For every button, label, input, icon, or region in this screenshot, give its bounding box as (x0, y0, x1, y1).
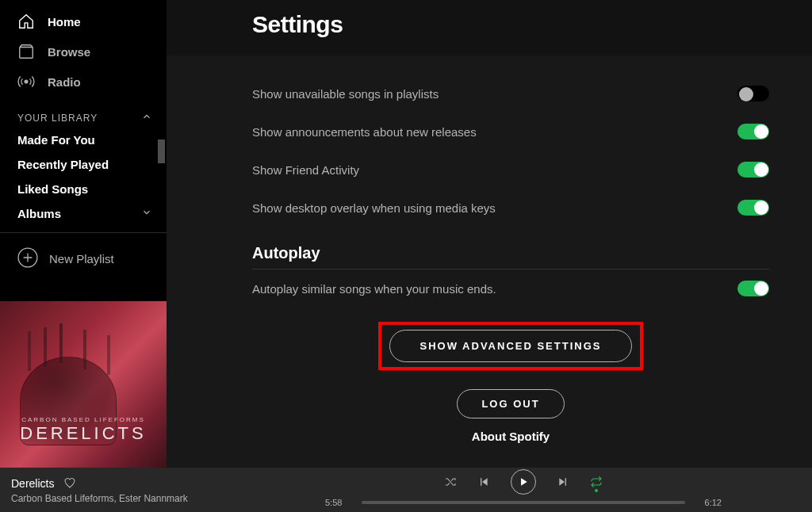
main-content: Settings Show unavailable songs in playl… (167, 0, 812, 468)
library-header-label: YOUR LIBRARY (17, 113, 98, 124)
log-out-button[interactable]: LOG OUT (457, 389, 564, 418)
svg-rect-0 (20, 48, 33, 59)
time-elapsed: 5:58 (325, 498, 354, 507)
repeat-button[interactable] (590, 476, 603, 488)
library-albums[interactable]: Albums (0, 201, 167, 226)
chevron-down-icon (141, 207, 152, 220)
nav-item-home[interactable]: Home (0, 6, 167, 36)
library-albums-label: Albums (17, 207, 61, 220)
library-liked-songs[interactable]: Liked Songs (0, 177, 167, 201)
setting-label: Show unavailable songs in playlists (252, 87, 439, 101)
setting-row-announcements: Show announcements about new releases (252, 113, 769, 151)
now-playing-info: Derelicts Carbon Based Lifeforms, Ester … (0, 476, 285, 504)
chevron-up-icon[interactable] (141, 111, 152, 124)
svg-point-1 (25, 80, 28, 83)
sidebar-scrollbar[interactable] (158, 139, 165, 163)
setting-row-unavailable: Show unavailable songs in playlists (252, 75, 769, 113)
setting-row-overlay: Show desktop overlay when using media ke… (252, 189, 769, 227)
setting-row-friend-activity: Show Friend Activity (252, 151, 769, 189)
next-button[interactable] (557, 476, 569, 488)
nav-label-radio: Radio (48, 75, 81, 89)
setting-label: Autoplay similar songs when your music e… (252, 282, 496, 296)
about-spotify-link[interactable]: About Spotify (252, 430, 769, 443)
nav-label-browse: Browse (48, 45, 90, 59)
player-bar: Derelicts Carbon Based Lifeforms, Ester … (0, 468, 812, 512)
album-art-subtitle: CARBON BASED LIFEFORMS (0, 416, 167, 423)
nav-label-home: Home (48, 15, 81, 29)
play-button[interactable] (511, 469, 536, 495)
settings-panel: Show unavailable songs in playlists Show… (167, 55, 812, 468)
toggle-desktop-overlay[interactable] (737, 200, 769, 216)
page-title: Settings (252, 11, 769, 38)
progress-bar[interactable] (362, 501, 685, 504)
new-playlist-button[interactable]: New Playlist (0, 239, 167, 278)
logout-row: LOG OUT (252, 389, 769, 418)
browse-icon (17, 43, 35, 60)
setting-label: Show desktop overlay when using media ke… (252, 201, 496, 215)
toggle-autoplay[interactable] (737, 281, 769, 296)
setting-label: Show announcements about new releases (252, 125, 477, 139)
sidebar-divider (0, 232, 167, 233)
new-playlist-label: New Playlist (49, 252, 114, 266)
toggle-unavailable-songs[interactable] (737, 86, 769, 101)
advanced-settings-row: SHOW ADVANCED SETTINGS (252, 322, 769, 370)
toggle-friend-activity[interactable] (737, 162, 769, 178)
section-title-autoplay: Autoplay (252, 244, 769, 269)
now-playing-album-art[interactable]: CARBON BASED LIFEFORMS DERELICTS (0, 301, 167, 468)
library-recently-played[interactable]: Recently Played (0, 152, 167, 177)
radio-icon (17, 73, 35, 90)
setting-label: Show Friend Activity (252, 163, 359, 177)
time-duration: 6:12 (693, 498, 722, 507)
setting-row-autoplay: Autoplay similar songs when your music e… (252, 269, 769, 308)
highlight-annotation: SHOW ADVANCED SETTINGS (378, 322, 644, 370)
toggle-announcements[interactable] (737, 124, 769, 139)
library-header: YOUR LIBRARY (0, 97, 167, 128)
heart-icon[interactable] (63, 476, 76, 491)
sidebar: Home Browse Radio YOUR LIBRARY Made For … (0, 0, 167, 468)
album-art-text: CARBON BASED LIFEFORMS DERELICTS (0, 416, 167, 444)
plus-circle-icon (17, 247, 38, 270)
show-advanced-settings-button[interactable]: SHOW ADVANCED SETTINGS (389, 330, 633, 362)
now-playing-track[interactable]: Derelicts (11, 477, 54, 490)
nav-item-browse[interactable]: Browse (0, 36, 167, 67)
library-made-for-you[interactable]: Made For You (0, 128, 167, 152)
shuffle-button[interactable] (444, 476, 457, 488)
home-icon (17, 13, 35, 30)
player-center: 5:58 6:12 (301, 468, 745, 507)
previous-button[interactable] (477, 476, 490, 488)
album-art-title: DERELICTS (0, 423, 167, 444)
now-playing-artist[interactable]: Carbon Based Lifeforms, Ester Nannmark (11, 493, 285, 504)
nav-item-radio[interactable]: Radio (0, 67, 167, 97)
